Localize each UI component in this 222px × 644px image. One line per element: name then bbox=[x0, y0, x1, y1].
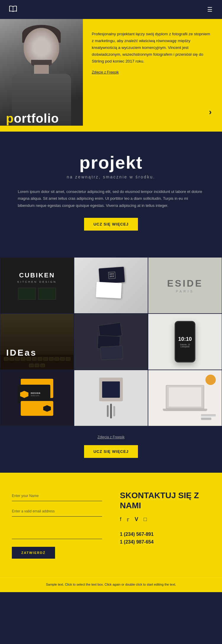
projekt-description: Lorem ipsum dolor sit amet, consectetur … bbox=[18, 188, 204, 209]
card-text-group: DESIGN MADE EASY bbox=[31, 392, 41, 397]
monitor-mock bbox=[99, 378, 123, 401]
workspace-content bbox=[148, 370, 222, 426]
hamburger-icon[interactable]: ☰ bbox=[207, 6, 213, 13]
portfolio-cell-cards-dark[interactable] bbox=[74, 314, 148, 370]
laptop-mockup bbox=[163, 385, 207, 411]
hero-next-arrow[interactable]: › bbox=[209, 107, 212, 123]
projekt-subtitle: na zewnątrz, smacznie w środku. bbox=[18, 175, 204, 179]
projekt-heading: projekt bbox=[18, 152, 204, 173]
portfolio-cell-laptop-workspace[interactable] bbox=[148, 370, 222, 426]
card-dark bbox=[99, 267, 125, 284]
portfolio-cell-eside[interactable]: ESIDE PARIS bbox=[148, 257, 222, 314]
portfolio-cell-cubiken[interactable]: CUBIKEN KITCHEN DESIGN bbox=[0, 257, 74, 314]
phone-number-1: 1 (234) 567-891 bbox=[120, 532, 210, 537]
facebook-icon[interactable]: f bbox=[120, 516, 121, 523]
contact-section: ZATWIERDŹ SKONTAKTUJ SIĘ Z NAMI f 𝕣 V □ … bbox=[0, 473, 222, 576]
submit-button[interactable]: ZATWIERDŹ bbox=[12, 547, 55, 559]
phone-mockup: 10:10 Sobota, 13 Listopada bbox=[175, 321, 195, 362]
contact-title: SKONTAKTUJ SIĘ Z NAMI bbox=[120, 490, 210, 510]
contact-info: SKONTAKTUJ SIĘ Z NAMI f 𝕣 V □ 1 (234) 56… bbox=[114, 490, 210, 559]
eside-content: ESIDE PARIS bbox=[167, 278, 203, 293]
hero-section: portfolio Profesjonalny projektant łączy… bbox=[0, 19, 222, 132]
portfolio-cell-biz-cards[interactable]: DESIGN MADE EASY bbox=[0, 370, 74, 426]
phone-time: 10:10 bbox=[178, 336, 192, 342]
portfolio-learn-more-button[interactable]: UCZ SIĘ WIĘCEJ bbox=[84, 445, 138, 458]
social-icons-row: f 𝕣 V □ bbox=[120, 516, 210, 523]
hero-text-column: Profesjonalny projektant łączy swój dypl… bbox=[83, 19, 222, 132]
portfolio-footer: Zdjęcia z Freepik UCZ SIĘ WIĘCEJ bbox=[0, 426, 222, 473]
phone-date: Sobota, 13 Listopada bbox=[176, 343, 194, 348]
hero-title-overlay: portfolio bbox=[0, 111, 83, 129]
laptop-base bbox=[163, 409, 207, 411]
phone-number-2: 1 (234) 987-654 bbox=[120, 539, 210, 545]
biz-cards-container: DESIGN MADE EASY bbox=[18, 379, 56, 417]
eside-brand: ESIDE bbox=[167, 278, 203, 289]
accessories bbox=[201, 414, 216, 420]
portfolio-cell-ideas[interactable]: IDEas bbox=[0, 314, 74, 370]
book-open-icon bbox=[9, 5, 17, 14]
projekt-section: projekt na zewnątrz, smacznie w środku. … bbox=[0, 132, 222, 248]
portfolio-grid: CUBIKEN KITCHEN DESIGN ESIDE PARIS IDEas bbox=[0, 248, 222, 426]
hex-icon bbox=[20, 391, 28, 398]
name-input[interactable] bbox=[12, 490, 102, 501]
email-input[interactable] bbox=[12, 506, 102, 517]
hero-title: portfolio bbox=[0, 111, 83, 129]
hero-photo-credit-link[interactable]: Zdjęcie z Freepik bbox=[92, 70, 212, 74]
hero-image-wrap: portfolio bbox=[0, 19, 83, 132]
laptop-screen bbox=[166, 385, 204, 409]
dark-card-3 bbox=[100, 346, 123, 360]
portfolio-cell-cards-bw[interactable] bbox=[74, 257, 148, 314]
hero-portrait bbox=[0, 19, 83, 126]
vimeo-icon[interactable]: V bbox=[135, 516, 138, 523]
cubiken-sub: KITCHEN DESIGN bbox=[17, 280, 57, 283]
stationery-content bbox=[74, 370, 148, 426]
hero-description: Profesjonalny projektant łączy swój dypl… bbox=[92, 31, 212, 65]
coffee-cup bbox=[205, 375, 216, 385]
card-white bbox=[96, 282, 122, 298]
cards-bw-stack bbox=[95, 268, 127, 303]
sample-footer: Sample text. Click to select the text bo… bbox=[0, 576, 222, 592]
hex-icon-dark bbox=[43, 405, 51, 412]
portfolio-photo-credit-link[interactable]: Zdjęcia z Freepik bbox=[0, 435, 222, 439]
twitter-icon[interactable]: 𝕣 bbox=[127, 516, 129, 523]
card-grid-icon bbox=[108, 271, 116, 279]
header: ☰ bbox=[0, 0, 222, 19]
contact-form: ZATWIERDŹ bbox=[12, 490, 102, 559]
projekt-learn-more-button[interactable]: UCZ SIĘ WIĘCEJ bbox=[84, 218, 138, 231]
orange-card-front bbox=[21, 401, 53, 416]
message-textarea[interactable] bbox=[12, 521, 102, 539]
cubiken-brand: CUBIKEN bbox=[19, 271, 55, 279]
portfolio-cell-phone[interactable]: 10:10 Sobota, 13 Listopada bbox=[148, 314, 222, 370]
dark-card-stack bbox=[98, 324, 124, 359]
sample-footer-text: Sample text. Click to select the text bo… bbox=[6, 583, 216, 586]
cubiken-windows bbox=[18, 288, 56, 300]
stationery-tools bbox=[107, 404, 115, 418]
ideas-text: IDEas bbox=[6, 348, 37, 358]
eside-sub: PARIS bbox=[167, 290, 203, 293]
instagram-icon[interactable]: □ bbox=[144, 516, 147, 523]
portfolio-cell-stationery[interactable] bbox=[74, 370, 148, 426]
